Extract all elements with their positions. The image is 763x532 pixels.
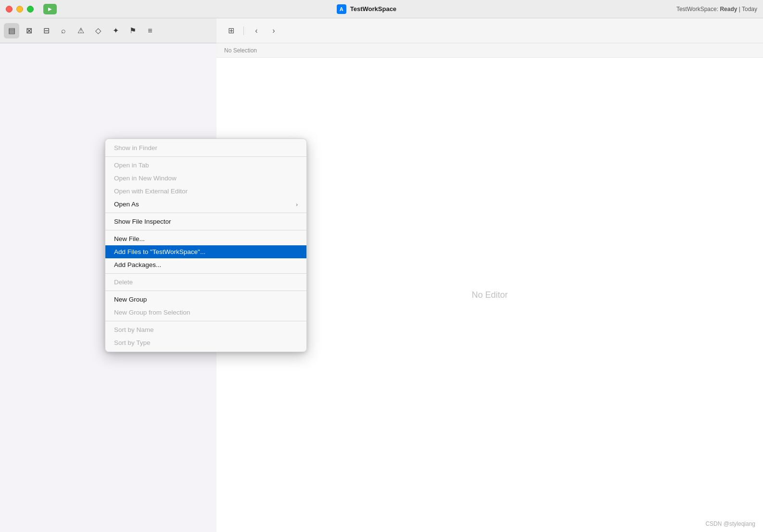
menu-item-label: Open As (114, 201, 139, 208)
menu-item-label: New File... (114, 235, 145, 242)
menu-item-label: Open in Tab (114, 162, 149, 169)
menu-item-delete[interactable]: Delete (105, 276, 306, 289)
menu-item-label: Show File Inspector (114, 218, 171, 225)
test-icon[interactable]: ✦ (108, 23, 123, 38)
menu-item-sort-by-name[interactable]: Sort by Name (105, 323, 306, 336)
titlebar: ▶ A TestWorkSpace TestWorkSpace: Ready |… (0, 0, 763, 18)
back-navigation-icon[interactable]: ‹ (250, 24, 263, 38)
menu-item-label: Open in New Window (114, 175, 177, 182)
search-icon[interactable]: ⌕ (56, 23, 71, 38)
menu-item-sort-by-type[interactable]: Sort by Type (105, 336, 306, 349)
menu-item-label: Add Files to "TestWorkSpace"... (114, 248, 205, 255)
menu-item-label: Open with External Editor (114, 188, 188, 195)
menu-separator-4 (105, 273, 306, 274)
watermark: CSDN @styleqiang (705, 520, 755, 527)
app-icon: A (337, 4, 346, 14)
fullscreen-window-button[interactable] (27, 6, 34, 13)
close-panel-icon[interactable]: ⊠ (21, 23, 37, 38)
list-icon[interactable]: ≡ (142, 23, 158, 38)
menu-item-open-in-tab[interactable]: Open in Tab (105, 159, 306, 172)
hierarchy-icon[interactable]: ⊟ (38, 23, 54, 38)
no-selection-label: No Selection (224, 47, 257, 54)
menu-item-label: New Group (114, 296, 147, 303)
editor-toolbar: ⊞ ‹ › (216, 18, 763, 43)
status-prefix: TestWorkSpace: (676, 6, 720, 13)
status-bold: Ready (720, 6, 737, 13)
no-editor-label: No Editor (471, 290, 508, 300)
menu-item-show-file-inspector[interactable]: Show File Inspector (105, 215, 306, 228)
menu-item-label: Add Packages... (114, 261, 161, 268)
titlebar-status: TestWorkSpace: Ready | Today (676, 6, 757, 13)
toolbar-separator (243, 26, 244, 35)
menu-item-add-files[interactable]: Add Files to "TestWorkSpace"... (105, 245, 306, 258)
flag-icon[interactable]: ⚑ (125, 23, 140, 38)
forward-navigation-icon[interactable]: › (267, 24, 280, 38)
submenu-chevron-icon: › (296, 202, 298, 207)
grid-view-icon[interactable]: ⊞ (224, 24, 238, 38)
titlebar-center: A TestWorkSpace (57, 4, 676, 14)
menu-item-label: Sort by Type (114, 339, 151, 346)
warning-icon[interactable]: ⚠ (73, 23, 89, 38)
sidebar-toggle-icon[interactable]: ▤ (4, 23, 19, 38)
no-selection-bar: No Selection (216, 43, 763, 58)
run-button[interactable]: ▶ (43, 4, 57, 14)
close-window-button[interactable] (6, 6, 13, 13)
menu-item-new-file[interactable]: New File... (105, 232, 306, 245)
menu-item-new-group[interactable]: New Group (105, 293, 306, 306)
menu-item-label: Sort by Name (114, 326, 154, 333)
menu-item-open-with-external-editor[interactable]: Open with External Editor (105, 185, 306, 198)
titlebar-title: TestWorkSpace (350, 5, 396, 13)
menu-item-label: Show in Finder (114, 144, 157, 152)
menu-separator-5 (105, 291, 306, 291)
breakpoint-icon[interactable]: ◇ (90, 23, 106, 38)
traffic-lights (6, 6, 34, 13)
menu-separator-2 (105, 213, 306, 213)
minimize-window-button[interactable] (16, 6, 23, 13)
menu-separator-6 (105, 321, 306, 321)
menu-item-open-in-new-window[interactable]: Open in New Window (105, 172, 306, 185)
menu-item-label: Delete (114, 279, 133, 286)
menu-separator-1 (105, 156, 306, 157)
menu-item-open-as[interactable]: Open As › (105, 198, 306, 211)
menu-separator-3 (105, 230, 306, 230)
status-suffix: | Today (737, 6, 757, 13)
menu-item-new-group-from-selection[interactable]: New Group from Selection (105, 306, 306, 319)
menu-item-label: New Group from Selection (114, 309, 190, 316)
menu-item-show-in-finder[interactable]: Show in Finder (105, 141, 306, 154)
menu-item-add-packages[interactable]: Add Packages... (105, 258, 306, 271)
context-menu: Show in Finder Open in Tab Open in New W… (105, 139, 307, 352)
